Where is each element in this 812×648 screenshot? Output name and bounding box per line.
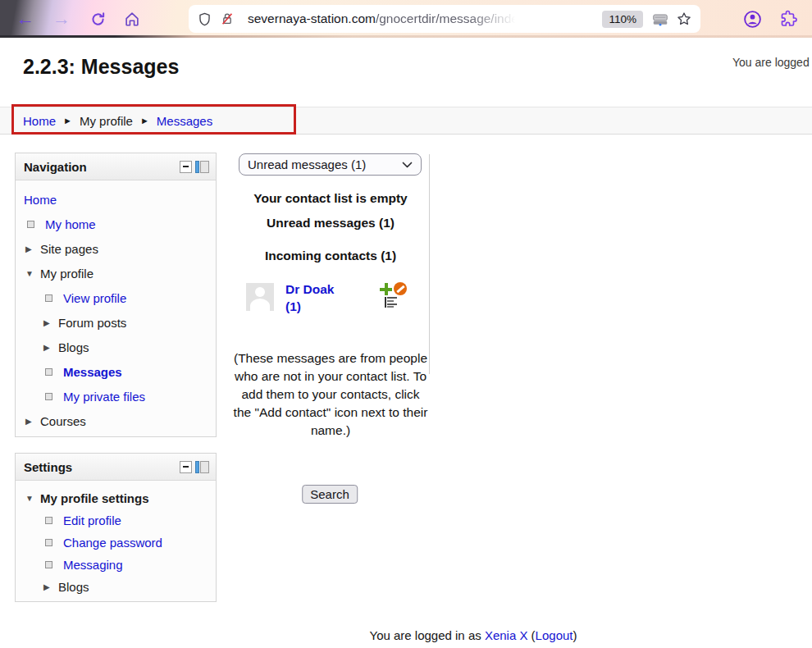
settings-link-edit-profile[interactable]: Edit profile (63, 513, 121, 527)
nav-item-courses: ▶ Courses (16, 408, 216, 433)
home-icon (123, 10, 141, 28)
settings-item-change-password: Change password (16, 532, 216, 554)
breadcrumb-separator-icon: ► (140, 116, 149, 125)
collapse-toggle-icon[interactable]: ▼ (25, 494, 40, 503)
account-button[interactable] (740, 7, 764, 30)
contact-avatar[interactable] (246, 283, 274, 311)
shield-icon[interactable] (197, 11, 212, 27)
breadcrumb-home-link[interactable]: Home (23, 114, 56, 128)
url-bar[interactable]: severnaya-station.com /gnocertdir/messag… (189, 5, 700, 33)
block-contact-icon[interactable] (394, 282, 407, 295)
footer-close-paren: ) (573, 628, 577, 642)
message-history-icon[interactable] (385, 297, 397, 308)
nav-link-messages-current[interactable]: Messages (63, 365, 122, 379)
settings-link-messaging[interactable]: Messaging (63, 558, 123, 572)
reload-icon (89, 11, 107, 28)
search-button[interactable]: Search (302, 485, 358, 504)
contact-list-empty-heading: Your contact list is empty (233, 191, 428, 206)
nav-link-home[interactable]: Home (24, 193, 57, 207)
settings-link-change-password[interactable]: Change password (63, 536, 162, 550)
nav-item-view-profile: View profile (16, 285, 216, 310)
navigation-block: Navigation Home My home ▶ Site pages ▼ M… (15, 153, 217, 437)
footer-user-link[interactable]: Xenia X (485, 628, 528, 642)
footer-logout-link[interactable]: Logout (536, 628, 573, 642)
block-actions (180, 461, 209, 473)
nav-item-forum-posts: ▶ Forum posts (16, 310, 216, 335)
collapse-block-icon[interactable] (180, 161, 192, 173)
forward-button[interactable]: → (49, 7, 74, 30)
chevron-down-icon (402, 162, 413, 168)
expand-toggle-icon[interactable]: ▶ (25, 417, 40, 426)
login-status-top: You are logged (732, 56, 810, 69)
nav-link-my-home[interactable]: My home (45, 217, 96, 231)
breadcrumb: Home ► My profile ► Messages (0, 107, 812, 135)
zoom-level-badge[interactable]: 110% (602, 11, 643, 28)
save-to-device-icon[interactable] (651, 10, 669, 28)
bookmark-star-icon[interactable] (676, 11, 692, 27)
settings-item-messaging: Messaging (16, 554, 216, 576)
message-filter-value: Unread messages (1) (248, 157, 402, 171)
expand-toggle-icon[interactable]: ▶ (43, 582, 58, 591)
account-icon (742, 9, 763, 30)
reload-button[interactable] (85, 7, 110, 30)
add-contact-icon[interactable] (380, 283, 392, 295)
back-button[interactable]: ← (13, 7, 38, 30)
breadcrumb-my-profile: My profile (80, 114, 133, 128)
settings-item-edit-profile: Edit profile (16, 509, 216, 532)
nav-link-courses[interactable]: Courses (40, 414, 86, 428)
nav-item-site-pages: ▶ Site pages (16, 236, 216, 261)
breadcrumb-separator-icon: ► (63, 116, 72, 125)
bullet-icon (45, 561, 52, 568)
nav-link-blogs[interactable]: Blogs (58, 340, 89, 354)
nav-item-my-profile: ▼ My profile (16, 261, 216, 285)
bullet-icon (45, 539, 52, 546)
insecure-lock-icon[interactable] (219, 11, 235, 27)
expand-toggle-icon[interactable]: ▶ (25, 244, 40, 253)
login-status-footer: You are logged in as Xenia X (Logout) (370, 628, 577, 642)
page-title: 2.2.3: Messages (23, 55, 179, 79)
nav-link-site-pages[interactable]: Site pages (40, 242, 98, 256)
block-actions (180, 161, 209, 173)
bullet-icon (45, 393, 52, 400)
settings-block-header: Settings (16, 454, 216, 481)
content-column-divider (429, 154, 430, 374)
puzzle-extension-icon (778, 9, 798, 29)
collapse-toggle-icon[interactable]: ▼ (25, 269, 40, 278)
browser-toolbar: ← → severnaya-station.com /gnocertdir/me (0, 0, 812, 38)
settings-block: Settings ▼ My profile settings Edit prof… (15, 453, 217, 602)
incoming-contacts-note: (These messages are from people who are … (232, 349, 429, 440)
nav-item-my-private-files: My private files (16, 384, 216, 408)
navigation-block-title: Navigation (24, 160, 180, 174)
footer-open-paren: ( (527, 628, 535, 642)
bullet-icon (45, 368, 52, 376)
message-filter-select[interactable]: Unread messages (1) (239, 153, 422, 176)
nav-link-view-profile[interactable]: View profile (63, 291, 126, 305)
dock-block-icon[interactable] (195, 461, 209, 473)
collapse-block-icon[interactable] (180, 461, 192, 473)
dock-block-icon[interactable] (195, 161, 209, 173)
nav-link-my-private-files[interactable]: My private files (63, 390, 145, 404)
incoming-contacts-heading: Incoming contacts (1) (233, 249, 428, 263)
bullet-icon (27, 221, 34, 228)
address-text[interactable]: severnaya-station.com /gnocertdir/messag… (248, 11, 518, 26)
contact-name-link[interactable]: Dr Doak (1) (285, 281, 361, 315)
expand-toggle-icon[interactable]: ▶ (43, 343, 58, 352)
nav-item-my-home: My home (16, 212, 216, 236)
footer-prefix: You are logged in as (370, 628, 485, 642)
nav-item-blogs: ▶ Blogs (16, 335, 216, 359)
bullet-icon (45, 294, 52, 302)
url-domain: severnaya-station.com (248, 11, 376, 26)
settings-link-my-profile-settings[interactable]: My profile settings (40, 491, 149, 505)
nav-link-forum-posts[interactable]: Forum posts (58, 316, 126, 330)
nav-item-messages: Messages (16, 359, 216, 384)
navigation-tree: Home My home ▶ Site pages ▼ My profile V… (16, 180, 216, 433)
breadcrumb-messages-link[interactable]: Messages (157, 114, 212, 128)
navigation-block-header: Navigation (16, 153, 216, 180)
home-button[interactable] (120, 7, 144, 30)
settings-link-blogs[interactable]: Blogs (58, 580, 89, 594)
nav-link-my-profile[interactable]: My profile (40, 267, 94, 281)
expand-toggle-icon[interactable]: ▶ (43, 318, 58, 327)
nav-item-home: Home (16, 187, 216, 212)
extensions-button[interactable] (776, 7, 801, 30)
settings-block-title: Settings (24, 460, 180, 474)
